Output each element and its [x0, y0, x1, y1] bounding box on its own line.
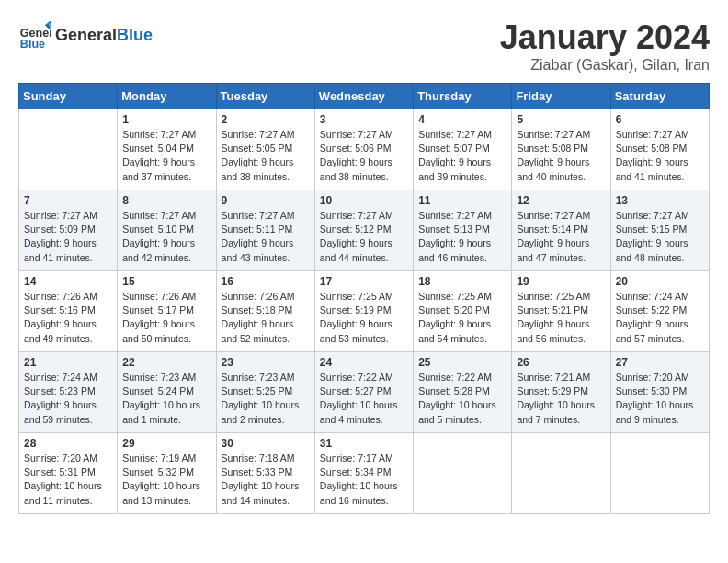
- day-number: 23: [222, 356, 310, 369]
- calendar-cell: [414, 433, 512, 514]
- calendar-header-row: SundayMondayTuesdayWednesdayThursdayFrid…: [19, 84, 710, 109]
- cell-info: Sunrise: 7:27 AMSunset: 5:04 PMDaylight:…: [122, 128, 210, 184]
- day-number: 6: [616, 113, 704, 126]
- day-header-sunday: Sunday: [19, 84, 118, 109]
- calendar-cell: 30Sunrise: 7:18 AMSunset: 5:33 PMDayligh…: [216, 433, 314, 514]
- cell-info: Sunrise: 7:20 AMSunset: 5:30 PMDaylight:…: [616, 371, 704, 427]
- cell-info: Sunrise: 7:27 AMSunset: 5:11 PMDaylight:…: [222, 209, 310, 265]
- svg-text:Blue: Blue: [20, 38, 45, 51]
- calendar-cell: 6Sunrise: 7:27 AMSunset: 5:08 PMDaylight…: [610, 109, 709, 190]
- calendar-cell: 1Sunrise: 7:27 AMSunset: 5:04 PMDaylight…: [118, 109, 216, 190]
- day-number: 24: [320, 356, 408, 369]
- calendar-cell: 7Sunrise: 7:27 AMSunset: 5:09 PMDaylight…: [19, 190, 118, 271]
- calendar-cell: 24Sunrise: 7:22 AMSunset: 5:27 PMDayligh…: [314, 352, 413, 433]
- logo-text: GeneralBlue: [55, 26, 153, 45]
- cell-info: Sunrise: 7:27 AMSunset: 5:12 PMDaylight:…: [320, 209, 408, 265]
- cell-info: Sunrise: 7:27 AMSunset: 5:14 PMDaylight:…: [517, 209, 605, 265]
- title-block: January 2024 Ziabar (Gaskar), Gilan, Ira…: [500, 18, 710, 74]
- day-number: 26: [517, 356, 605, 369]
- calendar-cell: [512, 433, 610, 514]
- page-header: General Blue GeneralBlue January 2024 Zi…: [18, 18, 710, 74]
- day-number: 9: [222, 194, 310, 207]
- cell-info: Sunrise: 7:21 AMSunset: 5:29 PMDaylight:…: [517, 371, 605, 427]
- cell-info: Sunrise: 7:22 AMSunset: 5:28 PMDaylight:…: [418, 371, 506, 427]
- day-header-saturday: Saturday: [610, 84, 709, 109]
- day-header-monday: Monday: [118, 84, 216, 109]
- cell-info: Sunrise: 7:22 AMSunset: 5:27 PMDaylight:…: [320, 371, 408, 427]
- calendar-cell: 8Sunrise: 7:27 AMSunset: 5:10 PMDaylight…: [118, 190, 216, 271]
- day-number: 2: [222, 113, 310, 126]
- cell-info: Sunrise: 7:27 AMSunset: 5:08 PMDaylight:…: [517, 128, 605, 184]
- cell-info: Sunrise: 7:24 AMSunset: 5:22 PMDaylight:…: [616, 290, 704, 346]
- calendar-week-row: 1Sunrise: 7:27 AMSunset: 5:04 PMDaylight…: [19, 109, 710, 190]
- cell-info: Sunrise: 7:23 AMSunset: 5:24 PMDaylight:…: [122, 371, 210, 427]
- cell-info: Sunrise: 7:18 AMSunset: 5:33 PMDaylight:…: [222, 452, 310, 508]
- cell-info: Sunrise: 7:26 AMSunset: 5:17 PMDaylight:…: [122, 290, 210, 346]
- calendar-cell: 20Sunrise: 7:24 AMSunset: 5:22 PMDayligh…: [610, 271, 709, 352]
- day-number: 21: [24, 356, 112, 369]
- cell-info: Sunrise: 7:17 AMSunset: 5:34 PMDaylight:…: [320, 452, 408, 508]
- day-number: 14: [24, 275, 112, 288]
- day-number: 15: [122, 275, 210, 288]
- calendar-cell: 22Sunrise: 7:23 AMSunset: 5:24 PMDayligh…: [118, 352, 216, 433]
- calendar-cell: 21Sunrise: 7:24 AMSunset: 5:23 PMDayligh…: [19, 352, 118, 433]
- cell-info: Sunrise: 7:26 AMSunset: 5:16 PMDaylight:…: [24, 290, 112, 346]
- calendar-cell: 3Sunrise: 7:27 AMSunset: 5:06 PMDaylight…: [314, 109, 413, 190]
- day-number: 20: [616, 275, 704, 288]
- cell-info: Sunrise: 7:20 AMSunset: 5:31 PMDaylight:…: [24, 452, 112, 508]
- calendar-cell: 15Sunrise: 7:26 AMSunset: 5:17 PMDayligh…: [118, 271, 216, 352]
- cell-info: Sunrise: 7:27 AMSunset: 5:10 PMDaylight:…: [122, 209, 210, 265]
- calendar-week-row: 14Sunrise: 7:26 AMSunset: 5:16 PMDayligh…: [19, 271, 710, 352]
- day-number: 19: [517, 275, 605, 288]
- cell-info: Sunrise: 7:27 AMSunset: 5:13 PMDaylight:…: [418, 209, 506, 265]
- cell-info: Sunrise: 7:25 AMSunset: 5:21 PMDaylight:…: [517, 290, 605, 346]
- calendar-week-row: 28Sunrise: 7:20 AMSunset: 5:31 PMDayligh…: [19, 433, 710, 514]
- cell-info: Sunrise: 7:27 AMSunset: 5:05 PMDaylight:…: [222, 128, 310, 184]
- day-number: 10: [320, 194, 408, 207]
- calendar-cell: 14Sunrise: 7:26 AMSunset: 5:16 PMDayligh…: [19, 271, 118, 352]
- cell-info: Sunrise: 7:26 AMSunset: 5:18 PMDaylight:…: [222, 290, 310, 346]
- cell-info: Sunrise: 7:27 AMSunset: 5:09 PMDaylight:…: [24, 209, 112, 265]
- calendar-cell: 31Sunrise: 7:17 AMSunset: 5:34 PMDayligh…: [314, 433, 413, 514]
- day-number: 13: [616, 194, 704, 207]
- calendar-week-row: 21Sunrise: 7:24 AMSunset: 5:23 PMDayligh…: [19, 352, 710, 433]
- day-number: 28: [24, 437, 112, 450]
- cell-info: Sunrise: 7:25 AMSunset: 5:19 PMDaylight:…: [320, 290, 408, 346]
- calendar-cell: [610, 433, 709, 514]
- calendar-cell: 9Sunrise: 7:27 AMSunset: 5:11 PMDaylight…: [216, 190, 314, 271]
- day-number: 11: [418, 194, 506, 207]
- day-header-thursday: Thursday: [414, 84, 512, 109]
- day-number: 16: [222, 275, 310, 288]
- calendar-cell: 25Sunrise: 7:22 AMSunset: 5:28 PMDayligh…: [414, 352, 512, 433]
- cell-info: Sunrise: 7:23 AMSunset: 5:25 PMDaylight:…: [222, 371, 310, 427]
- cell-info: Sunrise: 7:27 AMSunset: 5:07 PMDaylight:…: [418, 128, 506, 184]
- calendar-week-row: 7Sunrise: 7:27 AMSunset: 5:09 PMDaylight…: [19, 190, 710, 271]
- day-number: 17: [320, 275, 408, 288]
- day-number: 25: [418, 356, 506, 369]
- location-subtitle: Ziabar (Gaskar), Gilan, Iran: [500, 57, 710, 74]
- cell-info: Sunrise: 7:27 AMSunset: 5:06 PMDaylight:…: [320, 128, 408, 184]
- logo: General Blue GeneralBlue: [18, 18, 153, 52]
- day-number: 30: [222, 437, 310, 450]
- calendar-cell: 13Sunrise: 7:27 AMSunset: 5:15 PMDayligh…: [610, 190, 709, 271]
- cell-info: Sunrise: 7:24 AMSunset: 5:23 PMDaylight:…: [24, 371, 112, 427]
- calendar-cell: 10Sunrise: 7:27 AMSunset: 5:12 PMDayligh…: [314, 190, 413, 271]
- day-number: 8: [122, 194, 210, 207]
- cell-info: Sunrise: 7:27 AMSunset: 5:08 PMDaylight:…: [616, 128, 704, 184]
- calendar-cell: 26Sunrise: 7:21 AMSunset: 5:29 PMDayligh…: [512, 352, 610, 433]
- day-number: 7: [24, 194, 112, 207]
- day-header-friday: Friday: [512, 84, 610, 109]
- day-number: 12: [517, 194, 605, 207]
- calendar-cell: 16Sunrise: 7:26 AMSunset: 5:18 PMDayligh…: [216, 271, 314, 352]
- day-number: 5: [517, 113, 605, 126]
- day-number: 29: [122, 437, 210, 450]
- calendar-cell: 28Sunrise: 7:20 AMSunset: 5:31 PMDayligh…: [19, 433, 118, 514]
- day-number: 3: [320, 113, 408, 126]
- day-number: 31: [320, 437, 408, 450]
- calendar-cell: [19, 109, 118, 190]
- calendar-cell: 17Sunrise: 7:25 AMSunset: 5:19 PMDayligh…: [314, 271, 413, 352]
- calendar-cell: 27Sunrise: 7:20 AMSunset: 5:30 PMDayligh…: [610, 352, 709, 433]
- calendar-cell: 19Sunrise: 7:25 AMSunset: 5:21 PMDayligh…: [512, 271, 610, 352]
- calendar-table: SundayMondayTuesdayWednesdayThursdayFrid…: [18, 83, 710, 514]
- cell-info: Sunrise: 7:19 AMSunset: 5:32 PMDaylight:…: [122, 452, 210, 508]
